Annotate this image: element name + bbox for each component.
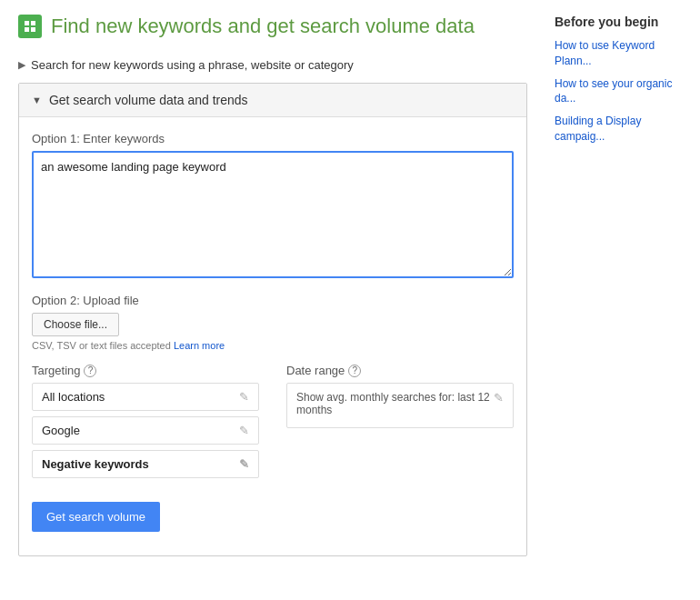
targeting-locations-label: All locations [42, 390, 105, 404]
expanded-arrow-icon: ▼ [32, 95, 42, 105]
expanded-section: ▼ Get search volume data and trends Opti… [18, 83, 527, 556]
date-range-box[interactable]: Show avg. monthly searches for: last 12 … [286, 383, 514, 428]
date-range-header: Date range ? [286, 364, 514, 377]
targeting-negative-keywords-edit-icon: ✎ [239, 457, 249, 471]
targeting-column: Targeting ? All locations ✎ Google ✎ N [32, 364, 259, 484]
section-header-label: Get search volume data and trends [49, 93, 248, 107]
svg-rect-2 [25, 27, 29, 32]
get-search-volume-button[interactable]: Get search volume [32, 502, 160, 532]
header-icon [18, 15, 42, 38]
page-header: Find new keywords and get search volume … [18, 15, 527, 38]
section-header-toggle[interactable]: ▼ Get search volume data and trends [19, 84, 526, 117]
date-range-value: Show avg. monthly searches for: last 12 … [296, 391, 494, 416]
sidebar-link-organic[interactable]: How to see your organic da... [555, 76, 691, 107]
targeting-locations-item[interactable]: All locations ✎ [32, 383, 259, 411]
targeting-network-edit-icon: ✎ [239, 424, 249, 437]
targeting-title: Targeting [32, 364, 80, 377]
date-range-edit-icon: ✎ [494, 391, 504, 405]
targeting-header: Targeting ? [32, 364, 259, 377]
svg-rect-3 [31, 27, 35, 32]
svg-rect-0 [25, 21, 29, 25]
sidebar-title: Before you begin [555, 15, 691, 29]
option1-label: Option 1: Enter keywords [32, 132, 514, 145]
collapsed-section-label: Search for new keywords using a phrase, … [31, 58, 354, 72]
date-range-help-icon[interactable]: ? [348, 365, 361, 377]
sidebar-link-display[interactable]: Building a Display campaig... [555, 114, 691, 145]
collapsed-section-toggle[interactable]: ▶ Search for new keywords using a phrase… [18, 51, 527, 79]
targeting-network-label: Google [42, 424, 80, 437]
date-range-title: Date range [286, 364, 345, 377]
targeting-help-icon[interactable]: ? [84, 365, 96, 377]
svg-rect-1 [31, 21, 35, 25]
section-body: Option 1: Enter keywords an awesome land… [19, 117, 526, 555]
main-content: Find new keywords and get search volume … [0, 15, 545, 556]
submit-row: Get search volume [32, 502, 514, 541]
file-hint: CSV, TSV or text files accepted Learn mo… [32, 340, 514, 351]
page-title: Find new keywords and get search volume … [51, 15, 475, 38]
targeting-network-item[interactable]: Google ✎ [32, 416, 259, 445]
targeting-negative-keywords-item[interactable]: Negative keywords ✎ [32, 450, 259, 478]
sidebar-link-keyword-planner[interactable]: How to use Keyword Plann... [555, 38, 691, 69]
collapsed-arrow-icon: ▶ [18, 59, 25, 71]
sidebar: Before you begin How to use Keyword Plan… [545, 15, 700, 556]
choose-file-button[interactable]: Choose file... [32, 313, 119, 336]
options-row: Targeting ? All locations ✎ Google ✎ N [32, 364, 514, 484]
keyword-textarea[interactable]: an awesome landing page keyword [32, 151, 514, 278]
targeting-negative-keywords-label: Negative keywords [42, 457, 149, 471]
date-range-column: Date range ? Show avg. monthly searches … [286, 364, 514, 484]
learn-more-link[interactable]: Learn more [174, 340, 225, 351]
option2-label: Option 2: Upload file [32, 294, 514, 307]
targeting-locations-edit-icon: ✎ [239, 390, 249, 404]
